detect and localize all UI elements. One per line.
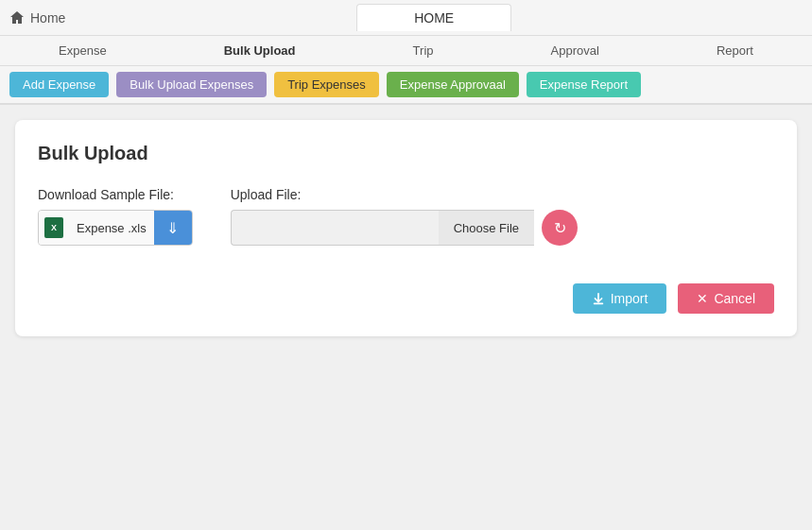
nav-item-expense[interactable]: Expense <box>40 36 126 65</box>
download-icon: ⇓ <box>166 219 179 237</box>
choose-file-button[interactable]: Choose File <box>439 210 534 246</box>
nav-item-report[interactable]: Report <box>698 36 772 65</box>
nav-item-approval[interactable]: Approval <box>532 36 618 65</box>
reset-icon: ↻ <box>554 219 566 237</box>
home-label: Home <box>30 10 65 26</box>
action-bar: Add Expense Bulk Upload Expenses Trip Ex… <box>0 66 812 105</box>
top-bar: Home HOME <box>0 0 812 36</box>
cancel-x-icon: ✕ <box>697 291 708 306</box>
excel-icon-wrapper: X <box>39 210 69 246</box>
cancel-label: Cancel <box>714 291 755 306</box>
upload-input-row: Choose File ↻ <box>231 210 578 246</box>
nav-row: Expense Bulk Upload Trip Approval Report <box>0 36 812 66</box>
expense-report-button[interactable]: Expense Report <box>527 72 641 97</box>
trip-expenses-button[interactable]: Trip Expenses <box>274 72 379 97</box>
nav-item-trip[interactable]: Trip <box>394 36 453 65</box>
import-label: Import <box>611 291 648 306</box>
import-icon <box>592 292 605 305</box>
home-tab[interactable]: HOME <box>356 4 511 31</box>
add-expense-button[interactable]: Add Expense <box>9 72 109 97</box>
upload-group: Upload File: Choose File ↻ <box>231 187 578 246</box>
home-link[interactable]: Home <box>9 10 65 26</box>
download-label: Download Sample File: <box>38 187 193 202</box>
upload-label: Upload File: <box>231 187 578 202</box>
upload-text-input[interactable] <box>231 210 439 246</box>
download-group: Download Sample File: X Expense .xls ⇓ <box>38 187 193 246</box>
excel-icon: X <box>44 217 63 238</box>
main-content: Bulk Upload Download Sample File: X Expe… <box>0 105 812 525</box>
bulk-upload-card: Bulk Upload Download Sample File: X Expe… <box>15 120 797 336</box>
home-icon <box>9 10 25 26</box>
import-button[interactable]: Import <box>573 283 667 314</box>
nav-item-bulk-upload[interactable]: Bulk Upload <box>205 36 315 65</box>
reset-button[interactable]: ↻ <box>542 210 578 246</box>
download-button[interactable]: ⇓ <box>154 210 192 246</box>
home-tab-center: HOME <box>65 4 803 31</box>
form-row: Download Sample File: X Expense .xls ⇓ U… <box>38 187 774 246</box>
footer-buttons: Import ✕ Cancel <box>38 283 774 314</box>
cancel-button[interactable]: ✕ Cancel <box>678 283 774 314</box>
card-title: Bulk Upload <box>38 143 774 164</box>
file-name: Expense .xls <box>69 221 154 235</box>
bulk-upload-expenses-button[interactable]: Bulk Upload Expenses <box>116 72 267 97</box>
download-file-row: X Expense .xls ⇓ <box>38 210 193 246</box>
expense-approval-button[interactable]: Expense Approvaal <box>387 72 519 97</box>
